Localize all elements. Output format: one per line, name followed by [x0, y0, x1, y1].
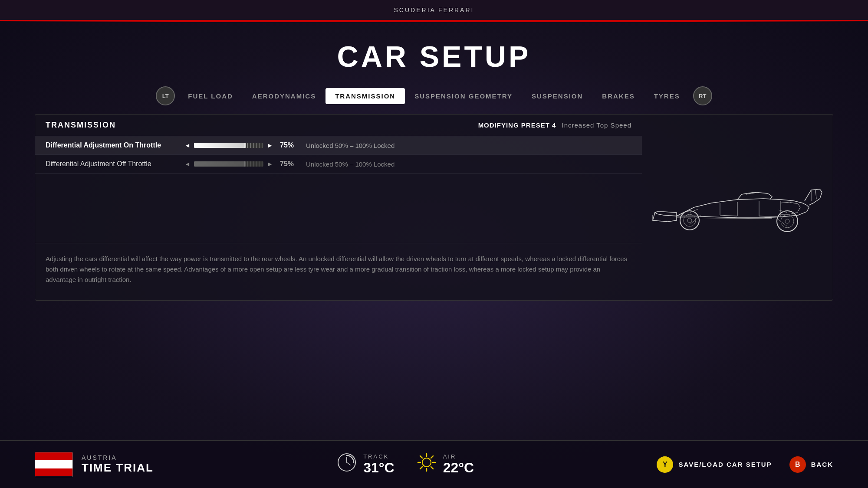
- setting-controls-diff-off-throttle: ◄ ► 75%: [184, 160, 297, 168]
- section-header: TRANSMISSION MODIFYING PRESET 4 Increase…: [35, 115, 642, 136]
- nav-tabs: LT FUEL LOAD AERODYNAMICS TRANSMISSION S…: [0, 86, 868, 105]
- svg-point-2: [687, 218, 692, 223]
- sun-icon-svg: [416, 452, 437, 473]
- track-label: TRACK: [363, 453, 395, 460]
- preset-number: 4: [552, 121, 559, 129]
- svg-point-5: [785, 219, 789, 223]
- setting-desc-diff-on-throttle: Unlocked 50% – 100% Locked: [306, 142, 631, 149]
- tab-brakes[interactable]: BRAKES: [592, 88, 644, 104]
- progress-fill-diff-on-throttle: [194, 143, 246, 148]
- air-temp-item: AIR 22°C: [416, 452, 474, 477]
- page-title-container: CAR SETUP: [0, 22, 868, 86]
- preset-info: MODIFYING PRESET 4 Increased Top Speed: [478, 121, 631, 129]
- svg-point-4: [781, 215, 794, 228]
- arrow-right-diff-off-throttle[interactable]: ►: [267, 160, 273, 167]
- back-label: BACK: [811, 461, 833, 468]
- progress-fill-diff-off-throttle: [194, 161, 246, 167]
- top-bar: SCUDERIA FERRARI: [0, 0, 868, 21]
- setting-name-diff-on-throttle: Differential Adjustment On Throttle: [46, 141, 184, 149]
- air-label: AIR: [443, 453, 474, 460]
- spacer: [35, 174, 642, 243]
- svg-line-20: [431, 467, 433, 469]
- tab-suspension[interactable]: SUSPENSION: [522, 88, 592, 104]
- content-area: TRANSMISSION MODIFYING PRESET 4 Increase…: [35, 114, 833, 301]
- track-temp-item: TRACK 31°C: [336, 452, 395, 477]
- tab-suspension-geometry[interactable]: SUSPENSION GEOMETRY: [405, 88, 522, 104]
- tab-tyres[interactable]: TYRES: [644, 88, 690, 104]
- preset-label: MODIFYING PRESET: [478, 121, 550, 129]
- b-button-icon: B: [789, 456, 806, 473]
- svg-line-13: [347, 462, 350, 465]
- tab-fuel-load[interactable]: FUEL LOAD: [178, 88, 243, 104]
- track-temp-icon-svg: [336, 452, 357, 473]
- setting-name-diff-off-throttle: Differential Adjustment Off Throttle: [46, 160, 184, 168]
- f1-car-svg: [651, 164, 824, 251]
- air-temp-data: AIR 22°C: [443, 453, 474, 476]
- page-title: CAR SETUP: [0, 39, 868, 73]
- y-button-icon: Y: [657, 456, 673, 473]
- bottom-buttons: Y SAVE/LOAD CAR SETUP B BACK: [657, 456, 833, 473]
- progress-percent-diff-off-throttle: 75%: [280, 160, 297, 168]
- tab-transmission[interactable]: TRANSMISSION: [326, 88, 405, 104]
- progress-bar-diff-off-throttle: [194, 161, 263, 167]
- right-panel: [642, 115, 833, 300]
- save-load-label: SAVE/LOAD CAR SETUP: [678, 461, 772, 468]
- arrow-right-diff-on-throttle[interactable]: ►: [267, 142, 273, 149]
- setting-controls-diff-on-throttle: ◄ ► 75%: [184, 141, 297, 149]
- team-name: SCUDERIA FERRARI: [394, 7, 474, 13]
- progress-stripes-diff-on-throttle: [242, 143, 263, 148]
- svg-point-3: [777, 211, 798, 232]
- flag-stripe-bottom: [35, 468, 72, 476]
- tab-aerodynamics[interactable]: AERODYNAMICS: [243, 88, 326, 104]
- event-type: TIME TRIAL: [82, 461, 154, 475]
- svg-point-14: [422, 458, 431, 467]
- svg-line-21: [431, 456, 433, 458]
- bottom-bar: AUSTRIA TIME TRIAL TRACK 31°C: [0, 440, 868, 488]
- track-icon: [336, 452, 357, 477]
- preset-name: Increased Top Speed: [562, 121, 632, 129]
- location-info: AUSTRIA TIME TRIAL: [35, 452, 154, 477]
- svg-line-22: [420, 467, 422, 469]
- setting-row-diff-off-throttle[interactable]: Differential Adjustment Off Throttle ◄ ►…: [35, 155, 642, 174]
- track-temp-value: 31°C: [363, 460, 395, 476]
- weather-info: TRACK 31°C AIR: [336, 452, 474, 477]
- setting-desc-diff-off-throttle: Unlocked 50% – 100% Locked: [306, 160, 631, 168]
- sun-icon: [416, 452, 437, 477]
- setting-row-diff-on-throttle[interactable]: Differential Adjustment On Throttle ◄ ► …: [35, 136, 642, 155]
- arrow-left-diff-off-throttle[interactable]: ◄: [184, 160, 191, 167]
- svg-point-0: [680, 211, 699, 230]
- flag-stripe-top: [35, 452, 72, 460]
- right-trigger-button[interactable]: RT: [693, 86, 712, 105]
- progress-stripes-diff-off-throttle: [242, 161, 263, 167]
- progress-percent-diff-on-throttle: 75%: [280, 141, 297, 149]
- location-text: AUSTRIA TIME TRIAL: [82, 454, 154, 475]
- country-name: AUSTRIA: [82, 454, 154, 461]
- left-panel: TRANSMISSION MODIFYING PRESET 4 Increase…: [35, 115, 642, 300]
- progress-bar-diff-on-throttle: [194, 143, 263, 148]
- flag-stripe-middle: [35, 460, 72, 468]
- track-temp-data: TRACK 31°C: [363, 453, 395, 476]
- description-text: Adjusting the cars differential will aff…: [35, 243, 642, 294]
- austria-flag: [35, 452, 73, 477]
- section-title: TRANSMISSION: [46, 121, 116, 130]
- svg-line-19: [420, 456, 422, 458]
- f1-car-image: [651, 164, 824, 251]
- back-button[interactable]: B BACK: [789, 456, 833, 473]
- left-trigger-button[interactable]: LT: [156, 86, 175, 105]
- arrow-left-diff-on-throttle[interactable]: ◄: [184, 142, 191, 149]
- save-load-button[interactable]: Y SAVE/LOAD CAR SETUP: [657, 456, 772, 473]
- air-temp-value: 22°C: [443, 460, 474, 476]
